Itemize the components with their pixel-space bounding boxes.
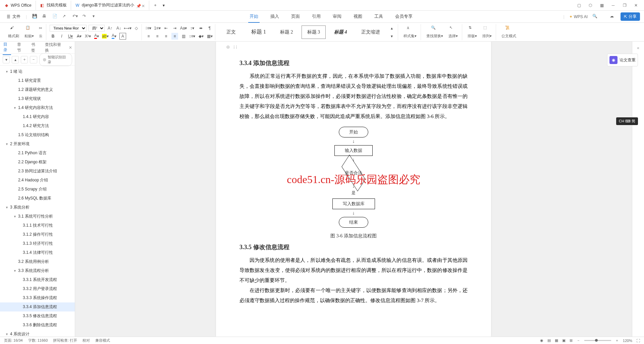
align-center-icon[interactable]: ≡ (154, 33, 161, 40)
status-mode[interactable]: 兼容模式 (95, 338, 110, 343)
zoom-out-icon[interactable]: － (577, 338, 580, 343)
save-icon[interactable]: 💾 (32, 14, 38, 20)
indent-inc-icon[interactable]: ⇥ (171, 25, 178, 32)
toc-item-3.3[interactable]: ▼3.3 系统流程分析 (0, 266, 75, 275)
strike-icon[interactable]: A̶▾ (76, 33, 83, 40)
toc-item-3.3.3[interactable]: 3.3.3 系统操作流程 (0, 293, 75, 302)
status-spell[interactable]: 拼写检查: 打开 (53, 338, 77, 343)
font-color-icon[interactable]: A▾ (93, 33, 100, 40)
toc-item-3.1.4[interactable]: 3.1.4 法律可行性 (0, 248, 75, 257)
toc-item-2[interactable]: ▼2 开发环境 (0, 139, 75, 149)
font-select[interactable]: Times New Roma (50, 25, 87, 32)
side-tab-chapter[interactable]: 章节 (16, 41, 25, 55)
italic-icon[interactable]: I (58, 33, 65, 40)
toc-item-3.3.5[interactable]: 3.3.5 修改信息流程 (0, 311, 75, 321)
fit-icon[interactable]: ⛶ (636, 339, 640, 343)
style-h4[interactable]: 标题 4 (328, 25, 353, 39)
toc-item-3.1.1[interactable]: 3.1.1 技术可行性 (0, 221, 75, 230)
underline-icon[interactable]: U▾ (67, 33, 74, 40)
menu-tab-tools[interactable]: 工具 (373, 11, 384, 23)
paper-review-button[interactable]: ◉ 论文查重 (607, 54, 638, 66)
tab-document[interactable]: Wdjango基于协同过滤算法的小📌✕ (71, 1, 149, 10)
show-marks-icon[interactable]: ¶ (206, 25, 213, 32)
undo-icon[interactable]: ↶▾ (72, 14, 78, 20)
toc-item-2.2[interactable]: 2.2 Django 框架 (0, 158, 75, 167)
status-view5-icon[interactable]: ⊞ (570, 338, 573, 343)
toc-item-2.6[interactable]: 2.6 MySQL 数据库 (0, 194, 75, 203)
toc-item-3.2[interactable]: 3.2 系统用例分析 (0, 257, 75, 266)
menu-tab-view[interactable]: 视图 (352, 11, 364, 23)
menu-tab-reference[interactable]: 引用 (311, 11, 322, 23)
cut-icon[interactable]: ✂ (37, 25, 44, 32)
line-spacing-icon[interactable]: ↕≡▾ (189, 33, 196, 40)
zoom-value[interactable]: 120% (623, 339, 632, 343)
align-right-icon[interactable]: ≡ (163, 33, 169, 40)
select-button[interactable]: ↖选择▾ (446, 25, 460, 39)
document-area[interactable]: ⊕⫶⫶ 3.3.4 添加信息流程 系统的正常运行离不开数据的支撑，因此，在本系统… (75, 42, 632, 337)
toc-item-1.4[interactable]: ▼1.4 研究内容和方法 (0, 103, 75, 112)
style-h1[interactable]: 标题 1 (246, 25, 272, 39)
redo-icon[interactable]: ↷ (83, 14, 89, 20)
window-icon-3[interactable]: ▦ (599, 3, 604, 8)
pin-icon[interactable]: 📌 (136, 4, 140, 7)
copy-icon[interactable]: ⎘ (37, 33, 44, 40)
size-select[interactable]: 四号 (89, 25, 105, 32)
toc-item-2.5[interactable]: 2.5 Scrapy 介绍 (0, 185, 75, 194)
expand-icon[interactable]: ▾ (3, 56, 10, 63)
format-brush-button[interactable]: 🖌格式刷 (6, 25, 21, 39)
move-up-icon[interactable]: ▴ (12, 56, 19, 63)
toc-item-3.3.2[interactable]: 3.3.2 用户登录流程 (0, 284, 75, 293)
char-spacing-icon[interactable]: ⟷▾ (124, 25, 131, 32)
numbering-icon[interactable]: 1≡▾ (154, 25, 161, 32)
menu-tab-member[interactable]: 会员专享 (394, 11, 414, 23)
preview-icon[interactable]: 📄 (52, 14, 58, 20)
toc-item-2.4[interactable]: 2.4 Hadoop 介绍 (0, 176, 75, 185)
char-border-icon[interactable]: A (119, 33, 126, 40)
toc-item-4[interactable]: ▼4 系统设计 (0, 330, 75, 337)
font-shrink-icon[interactable]: A↓ (115, 25, 122, 32)
arrange-button[interactable]: ⬚排列▾ (480, 25, 494, 39)
more-icon[interactable]: ▾ (93, 14, 99, 20)
ime-indicator[interactable]: CH ⌨ 简 (616, 117, 638, 125)
toc-item-1.4.2[interactable]: 1.4.2 研究方法 (0, 121, 75, 130)
close-tab-icon[interactable]: ✕ (142, 4, 145, 7)
minimize-icon[interactable]: ─ (610, 3, 616, 8)
side-tab-toc[interactable]: 目录 (3, 40, 11, 55)
file-menu[interactable]: ☰文件 (4, 12, 23, 21)
close-window-icon[interactable]: ✕ (633, 3, 639, 8)
toc-item-3.3.4[interactable]: 3.3.4 添加信息流程 (0, 302, 75, 311)
toc-item-1.2[interactable]: 1.2 课题研究的意义 (0, 85, 75, 94)
cloud-icon[interactable]: ☁ (610, 14, 616, 20)
indent-dec-icon[interactable]: ⇤ (163, 25, 169, 32)
status-view3-icon[interactable]: ▦ (555, 338, 558, 343)
menu-tab-insert[interactable]: 插入 (269, 11, 280, 23)
style-down-icon[interactable]: ▾ (388, 33, 395, 40)
find-replace-button[interactable]: 🔍查找替换▾ (424, 25, 445, 39)
align-left-icon[interactable]: ≡ (145, 33, 152, 40)
font-grow-icon[interactable]: A↑ (107, 25, 113, 32)
style-set-button[interactable]: Ａ样式集▾ (401, 25, 419, 39)
rail-toggle-icon[interactable]: « (637, 46, 639, 50)
superscript-icon[interactable]: X²▾ (85, 33, 91, 40)
status-words[interactable]: 字数: 11660 (28, 338, 48, 343)
columns-icon[interactable]: ▥ (180, 33, 187, 40)
zoom-in-icon[interactable]: ＋ (615, 338, 619, 343)
align-dist-icon[interactable]: ⬌ (198, 25, 204, 32)
case-icon[interactable]: Aa▾ (180, 25, 187, 32)
tab-template[interactable]: ◧找稿壳模板 (36, 1, 71, 10)
status-view2-icon[interactable]: ▤ (547, 338, 551, 343)
toc-item-3[interactable]: ▼3 系统分析 (0, 203, 75, 212)
toc-item-3.1.2[interactable]: 3.1.2 操作可行性 (0, 230, 75, 239)
add-icon[interactable]: ＋ (21, 56, 28, 63)
toc-item-1.4.1[interactable]: 1.4.1 研究内容 (0, 112, 75, 121)
print-icon[interactable]: 🖶 (42, 14, 48, 20)
remove-icon[interactable]: － (30, 56, 37, 63)
bullets-icon[interactable]: ⁝≡▾ (145, 25, 152, 32)
toc-item-3.3.1[interactable]: 3.3.1 系统开发流程 (0, 275, 75, 284)
style-up-icon[interactable]: ▴ (388, 25, 395, 32)
toc-item-1.3[interactable]: 1.3 研究现状 (0, 94, 75, 103)
window-icon-2[interactable]: ⬡ (588, 3, 593, 8)
align-justify-icon[interactable]: ≡ (171, 33, 178, 40)
status-page[interactable]: 页面: 16/34 (4, 338, 23, 343)
zoom-slider[interactable] (584, 340, 611, 341)
